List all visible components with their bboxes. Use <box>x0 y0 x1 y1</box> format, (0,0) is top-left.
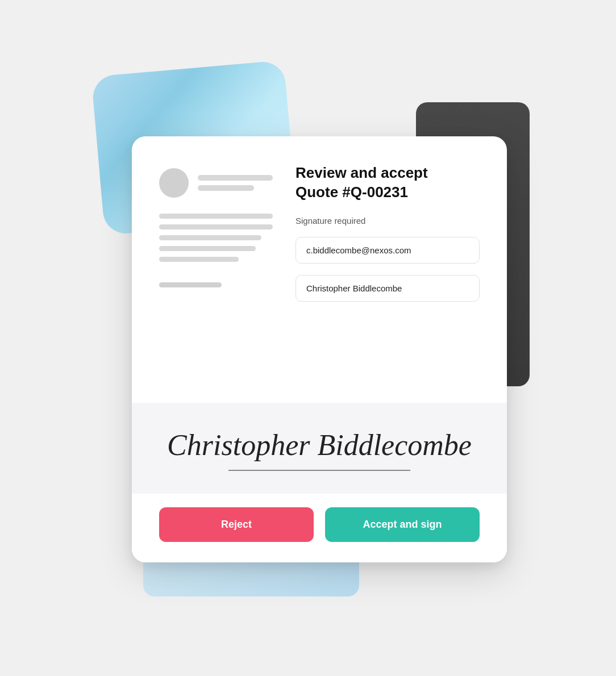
title-line2: Quote #Q-00231 <box>295 183 408 201</box>
reject-button[interactable]: Reject <box>159 507 314 542</box>
main-card: Review and accept Quote #Q-00231 Signatu… <box>132 136 507 562</box>
form-section: Review and accept Quote #Q-00231 Signatu… <box>295 164 480 385</box>
accept-sign-button[interactable]: Accept and sign <box>325 507 480 542</box>
card-footer: Reject Accept and sign <box>132 494 507 562</box>
doc-header-row <box>159 168 273 198</box>
signature-label: Signature required <box>295 216 480 226</box>
doc-section-line-5 <box>159 257 239 262</box>
email-field[interactable] <box>295 237 480 264</box>
doc-line-1 <box>198 175 273 181</box>
signature-underline <box>228 470 410 471</box>
document-preview <box>159 164 273 385</box>
doc-footer-line <box>159 282 222 287</box>
doc-section-line-2 <box>159 224 273 229</box>
signature-display: Christopher Biddlecombe <box>167 428 472 463</box>
title-line1: Review and accept <box>295 164 428 181</box>
signature-area: Christopher Biddlecombe <box>132 403 507 494</box>
doc-section-line-4 <box>159 246 256 251</box>
form-title: Review and accept Quote #Q-00231 <box>295 164 480 202</box>
doc-section-1 <box>159 214 273 262</box>
card-body: Review and accept Quote #Q-00231 Signatu… <box>132 136 507 403</box>
scene: Review and accept Quote #Q-00231 Signatu… <box>86 68 530 608</box>
name-field[interactable] <box>295 275 480 302</box>
doc-section-line-1 <box>159 214 273 219</box>
doc-line-2 <box>198 185 254 191</box>
doc-lines-group <box>198 175 273 191</box>
doc-section-line-3 <box>159 235 261 240</box>
doc-avatar <box>159 168 189 198</box>
